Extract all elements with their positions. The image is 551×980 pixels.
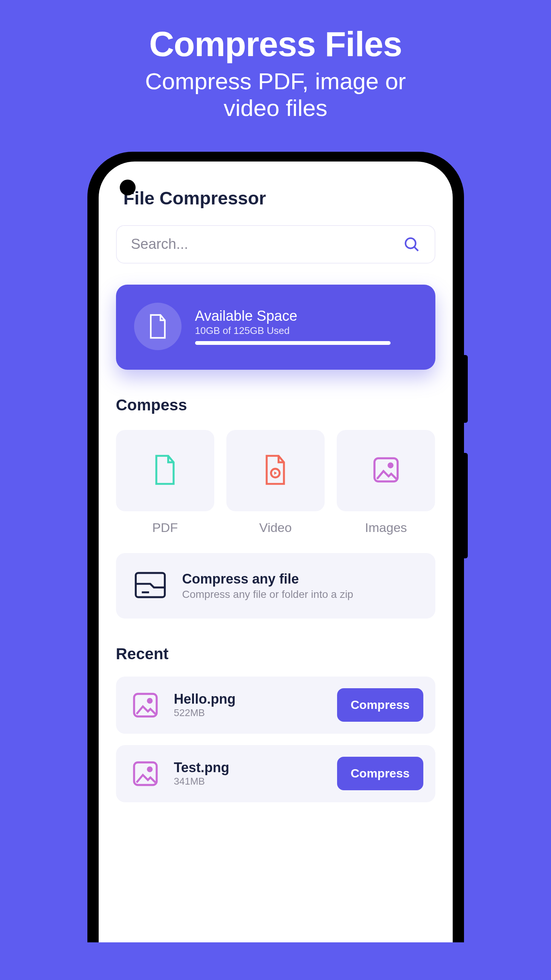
recent-item[interactable]: Hello.png 522MB Compress — [116, 676, 435, 734]
folder-icon — [133, 570, 167, 601]
option-images[interactable]: Images — [337, 430, 435, 535]
option-pdf[interactable]: PDF — [116, 430, 214, 535]
recent-file-size: 522MB — [174, 707, 326, 719]
video-file-icon — [262, 454, 288, 488]
compress-button[interactable]: Compress — [337, 757, 423, 790]
space-progress-bar — [195, 341, 390, 345]
space-title: Available Space — [195, 308, 417, 324]
space-card[interactable]: Available Space 10GB of 125GB Used — [116, 285, 435, 370]
compress-any-file-card[interactable]: Compress any file Compress any file or f… — [116, 553, 435, 619]
space-subtitle: 10GB of 125GB Used — [195, 325, 417, 337]
any-file-subtitle: Compress any file or folder into a zip — [182, 589, 353, 600]
phone-frame: File Compressor Available Space 10GB of … — [88, 152, 464, 942]
file-icon — [134, 303, 182, 350]
recent-item[interactable]: Test.png 341MB Compress — [116, 745, 435, 802]
svg-point-4 — [389, 463, 392, 467]
phone-side-button — [464, 453, 468, 558]
search-icon[interactable] — [403, 236, 420, 253]
recent-file-name: Test.png — [174, 760, 326, 776]
image-icon — [371, 454, 401, 487]
svg-point-0 — [405, 238, 416, 248]
recent-list: Hello.png 522MB Compress Test.png 341MB — [116, 676, 435, 802]
svg-point-10 — [148, 767, 151, 771]
search-input[interactable] — [131, 236, 403, 252]
image-icon — [128, 756, 163, 791]
promo-header: Compress Files Compress PDF, image or vi… — [0, 0, 551, 137]
recent-section-title: Recent — [116, 645, 435, 663]
phone-side-button — [464, 355, 468, 423]
compress-options: PDF Video — [116, 430, 435, 535]
option-video[interactable]: Video — [226, 430, 325, 535]
compress-button[interactable]: Compress — [337, 688, 423, 722]
pdf-file-icon — [152, 454, 178, 488]
search-bar[interactable] — [116, 225, 435, 264]
recent-file-name: Hello.png — [174, 691, 326, 707]
image-icon — [128, 688, 163, 722]
phone-camera — [120, 180, 135, 196]
recent-file-size: 341MB — [174, 776, 326, 787]
promo-title: Compress Files — [0, 24, 551, 64]
promo-subtitle: Compress PDF, image or video files — [0, 68, 551, 122]
app-title: File Compressor — [124, 188, 435, 208]
any-file-title: Compress any file — [182, 571, 353, 587]
svg-point-8 — [148, 699, 151, 703]
svg-line-1 — [414, 247, 418, 251]
phone-screen: File Compressor Available Space 10GB of … — [99, 162, 453, 942]
compress-section-title: Compess — [116, 396, 435, 414]
